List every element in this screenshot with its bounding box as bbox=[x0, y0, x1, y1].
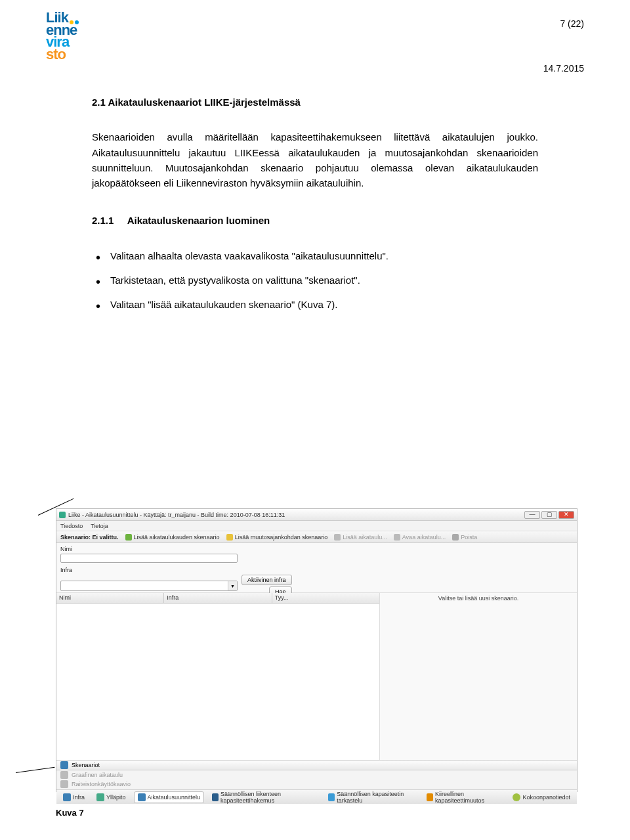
plus-icon bbox=[334, 534, 341, 541]
menu-bar: Tiedosto Tietoja bbox=[56, 521, 577, 531]
button-label: Avaa aikataulu... bbox=[402, 534, 446, 541]
column-header[interactable]: Tyy... bbox=[272, 593, 379, 603]
side-panel: Skenaariot Graafinen aikataulu Raiteisto… bbox=[56, 760, 577, 789]
tab-label: Ylläpito bbox=[106, 794, 126, 801]
composition-icon bbox=[513, 793, 520, 801]
menu-info[interactable]: Tietoja bbox=[91, 523, 108, 529]
name-input[interactable] bbox=[60, 554, 238, 563]
button-label: Lisää muutosajankohdan skenaario bbox=[235, 534, 328, 541]
tab-label: Säännöllisen liikenteen kapasiteettihake… bbox=[220, 791, 316, 804]
tab-composition[interactable]: Kokoonpanotiedot bbox=[509, 791, 574, 803]
tab-label: Kokoonpanotiedot bbox=[522, 794, 570, 801]
bullet-list: Valitaan alhaalta olevasta vaakavalikost… bbox=[92, 248, 538, 313]
scissors-icon bbox=[452, 534, 459, 541]
tab-label: Kiireellinen kapasiteettimuutos bbox=[435, 791, 501, 804]
window-titlebar: Liike - Aikataulusuunnittelu - Käyttäjä:… bbox=[56, 509, 577, 521]
chart-icon bbox=[60, 771, 68, 779]
maintenance-icon bbox=[96, 793, 104, 801]
button-label: Lisää aikataulukauden skenaario bbox=[134, 534, 220, 541]
sidebar-item-label: Raiteistonkäyttökaavio bbox=[72, 781, 131, 787]
close-button[interactable]: ✕ bbox=[558, 511, 574, 519]
delete-button[interactable]: Poista bbox=[452, 534, 477, 541]
chevron-down-icon: ▼ bbox=[228, 581, 237, 590]
infra-icon bbox=[63, 793, 71, 801]
column-header[interactable]: Infra bbox=[164, 593, 272, 603]
add-schedule-button[interactable]: Lisää aikataulu... bbox=[334, 534, 387, 541]
table-body bbox=[56, 604, 379, 760]
name-label: Nimi bbox=[60, 546, 573, 552]
button-label: Lisää aikataulu... bbox=[343, 534, 387, 541]
sidebar-item-scenarios[interactable]: Skenaariot bbox=[56, 761, 577, 770]
infra-label: Infra bbox=[60, 567, 573, 573]
section-heading: 2.1 Aikatauluskenaariot LIIKE-järjestelm… bbox=[92, 95, 538, 110]
logo: Liik enne vira sto bbox=[46, 12, 102, 61]
page-date: 14.7.2015 bbox=[543, 63, 584, 74]
logo-line4: sto bbox=[46, 49, 66, 61]
page-number: 7 (22) bbox=[560, 18, 584, 29]
list-item: Tarkistetaan, että pystyvalikosta on val… bbox=[110, 273, 538, 288]
hint-text: Valitse tai lisää uusi skenaario. bbox=[380, 593, 577, 760]
window-title: Liike - Aikataulusuunnittelu - Käyttäjä:… bbox=[68, 512, 285, 518]
app-icon bbox=[59, 512, 66, 518]
plus-icon bbox=[125, 534, 132, 541]
tab-label: Säännöllisen kapasiteetin tarkastelu bbox=[337, 791, 415, 804]
subsection-title: Aikatauluskenaarion luominen bbox=[127, 215, 270, 226]
schedule-icon bbox=[138, 793, 146, 801]
filter-form: Nimi Infra ▼ Aktiivinen infra Hae bbox=[56, 543, 577, 593]
open-icon bbox=[394, 534, 400, 541]
list-item: Valitaan "lisää aikataulukauden skenaari… bbox=[110, 297, 538, 312]
app-screenshot: Liike - Aikataulusuunnittelu - Käyttäjä:… bbox=[56, 508, 578, 792]
scenario-icon bbox=[60, 761, 68, 769]
tab-label: Aikataulusuunnittelu bbox=[148, 794, 201, 801]
scenario-status-label: Skenaario: Ei valittu. bbox=[60, 534, 119, 541]
magnifier-icon bbox=[328, 793, 335, 801]
button-label: Aktiivinen infra bbox=[247, 577, 286, 583]
add-period-scenario-button[interactable]: Lisää aikataulukauden skenaario bbox=[125, 534, 220, 541]
subsection-heading: 2.1.1 Aikatauluskenaarion luominen bbox=[92, 213, 538, 228]
annotation-arrow-icon bbox=[16, 767, 55, 773]
results-pane: Nimi Infra Tyy... bbox=[56, 593, 380, 760]
active-infra-button[interactable]: Aktiivinen infra bbox=[242, 575, 292, 585]
tab-infra[interactable]: Infra bbox=[59, 791, 89, 803]
minimize-button[interactable]: — bbox=[524, 511, 540, 519]
infra-select[interactable]: ▼ bbox=[60, 581, 238, 591]
tab-regular-capacity-review[interactable]: Säännöllisen kapasiteetin tarkastelu bbox=[324, 789, 419, 806]
section-paragraph: Skenaarioiden avulla määritellään kapasi… bbox=[92, 129, 538, 190]
add-change-scenario-button[interactable]: Lisää muutosajankohdan skenaario bbox=[226, 534, 328, 541]
sidebar-item-label: Skenaariot bbox=[72, 762, 100, 768]
track-icon bbox=[60, 780, 68, 788]
sidebar-item-track-usage[interactable]: Raiteistonkäyttökaavio bbox=[56, 780, 577, 789]
bottom-tab-bar: Infra Ylläpito Aikataulusuunnittelu Sään… bbox=[56, 789, 577, 804]
tab-label: Infra bbox=[73, 794, 85, 801]
list-item: Valitaan alhaalta olevasta vaakavalikost… bbox=[110, 248, 538, 263]
subsection-number: 2.1.1 bbox=[92, 213, 125, 228]
open-schedule-button[interactable]: Avaa aikataulu... bbox=[394, 534, 446, 541]
tab-schedule-planning[interactable]: Aikataulusuunnittelu bbox=[134, 791, 205, 803]
folder-icon bbox=[212, 793, 219, 801]
urgent-icon bbox=[427, 793, 433, 801]
menu-file[interactable]: Tiedosto bbox=[60, 523, 83, 529]
column-header[interactable]: Nimi bbox=[56, 593, 164, 603]
maximize-button[interactable]: ▢ bbox=[541, 511, 557, 519]
sidebar-item-graphic-schedule[interactable]: Graafinen aikataulu bbox=[56, 770, 577, 780]
sidebar-item-label: Graafinen aikataulu bbox=[72, 772, 123, 778]
tab-regular-capacity-application[interactable]: Säännöllisen liikenteen kapasiteettihake… bbox=[208, 789, 320, 806]
tab-maintenance[interactable]: Ylläpito bbox=[93, 791, 130, 803]
table-header: Nimi Infra Tyy... bbox=[56, 593, 379, 604]
figure-caption: Kuva 7 bbox=[56, 808, 84, 818]
toolbar: Skenaario: Ei valittu. Lisää aikatauluka… bbox=[56, 531, 577, 543]
plus-icon bbox=[226, 534, 233, 541]
tab-urgent-capacity-change[interactable]: Kiireellinen kapasiteettimuutos bbox=[423, 789, 505, 806]
button-label: Poista bbox=[461, 534, 477, 541]
